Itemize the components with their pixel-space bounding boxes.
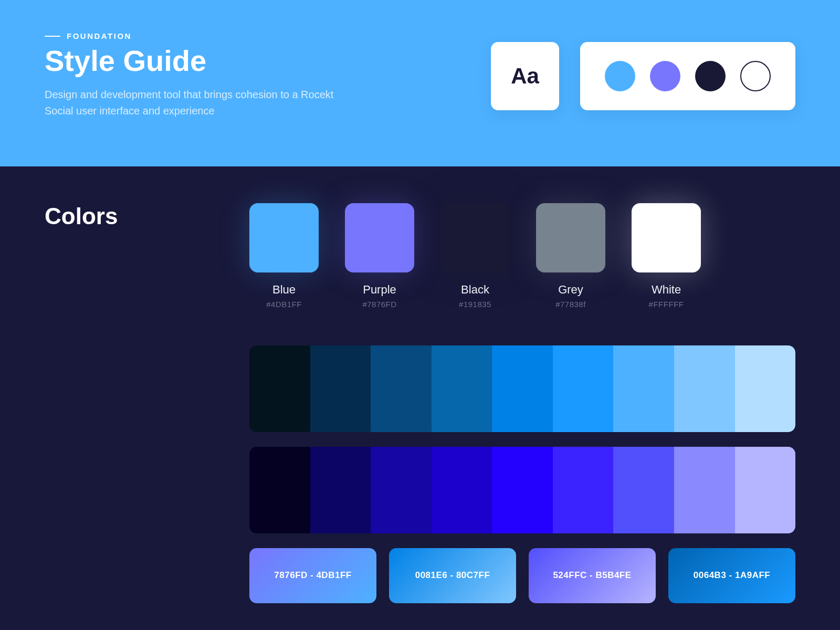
color-ramp-step [310, 345, 371, 432]
color-ramp-step [553, 345, 614, 432]
gradient-label: 0064B3 - 1A9AFF [694, 570, 770, 581]
color-swatch-item: Blue#4DB1FF [249, 203, 319, 309]
color-swatch-name: White [632, 283, 701, 297]
color-ramp [249, 345, 795, 432]
eyebrow-row: FOUNDATION [45, 32, 339, 40]
color-ramp-step [371, 345, 432, 432]
color-preview-circle [605, 61, 635, 91]
color-ramp-step [249, 447, 310, 533]
color-ramp-step [613, 345, 674, 432]
color-ramp-step [310, 447, 371, 533]
color-ramp-step [553, 447, 614, 533]
content-section: Colors Blue#4DB1FFPurple#7876FDBlack#191… [0, 166, 840, 624]
color-swatch-box [249, 203, 319, 272]
page-subtitle: Design and development tool that brings … [45, 87, 339, 119]
color-ramp-step [735, 447, 796, 533]
color-swatch-item: White#FFFFFF [632, 203, 701, 309]
hero-preview-cards: Aa [491, 42, 795, 110]
color-swatch-name: Blue [249, 283, 319, 297]
color-swatch-hex: #7876FD [345, 300, 414, 309]
color-ramp-step [249, 345, 310, 432]
section-title-colors: Colors [45, 203, 197, 229]
color-swatch-name: Black [440, 283, 510, 297]
color-swatch-box [536, 203, 605, 272]
colors-main-column: Blue#4DB1FFPurple#7876FDBlack#191835Grey… [249, 203, 795, 603]
color-ramp-step [674, 447, 735, 533]
color-swatch-name: Purple [345, 283, 414, 297]
color-ramp-step [432, 345, 492, 432]
color-swatch-item: Black#191835 [440, 203, 510, 309]
color-swatch-hex: #191835 [440, 300, 510, 309]
color-ramp-step [492, 345, 553, 432]
gradient-card: 0064B3 - 1A9AFF [668, 548, 795, 603]
gradient-row: 7876FD - 4DB1FF0081E6 - 80C7FF524FFC - B… [249, 548, 795, 603]
color-swatch-box [632, 203, 701, 272]
color-ramps-container [249, 345, 795, 533]
color-preview-circle [650, 61, 680, 91]
gradient-label: 7876FD - 4DB1FF [274, 570, 351, 581]
color-swatch-box [440, 203, 510, 272]
gradient-label: 0081E6 - 80C7FF [415, 570, 490, 581]
color-swatch-hex: #77838f [536, 300, 605, 309]
gradient-card: 0081E6 - 80C7FF [389, 548, 516, 603]
hero-text-block: FOUNDATION Style Guide Design and develo… [45, 32, 339, 119]
typography-preview-card: Aa [491, 42, 559, 110]
gradient-card: 7876FD - 4DB1FF [249, 548, 376, 603]
color-ramp-step [735, 345, 796, 432]
gradient-label: 524FFC - B5B4FE [553, 570, 631, 581]
color-swatch-box [345, 203, 414, 272]
page-title: Style Guide [45, 45, 339, 77]
color-ramp-step [492, 447, 553, 533]
color-swatch-item: Grey#77838f [536, 203, 605, 309]
primary-swatch-row: Blue#4DB1FFPurple#7876FDBlack#191835Grey… [249, 203, 795, 309]
color-preview-card [580, 42, 795, 110]
color-ramp-step [371, 447, 432, 533]
section-sidebar: Colors [45, 203, 197, 603]
color-ramp-step [613, 447, 674, 533]
color-swatch-name: Grey [536, 283, 605, 297]
color-swatch-hex: #FFFFFF [632, 300, 701, 309]
typography-aa-label: Aa [511, 64, 539, 89]
hero-section: FOUNDATION Style Guide Design and develo… [0, 0, 840, 166]
color-swatch-item: Purple#7876FD [345, 203, 414, 309]
color-ramp-step [674, 345, 735, 432]
color-ramp-step [432, 447, 492, 533]
eyebrow-line-icon [45, 36, 60, 37]
color-preview-circle [695, 61, 726, 91]
gradient-card: 524FFC - B5B4FE [529, 548, 656, 603]
eyebrow-label: FOUNDATION [67, 32, 132, 40]
color-preview-circle [740, 61, 771, 91]
color-swatch-hex: #4DB1FF [249, 300, 319, 309]
color-ramp [249, 447, 795, 533]
